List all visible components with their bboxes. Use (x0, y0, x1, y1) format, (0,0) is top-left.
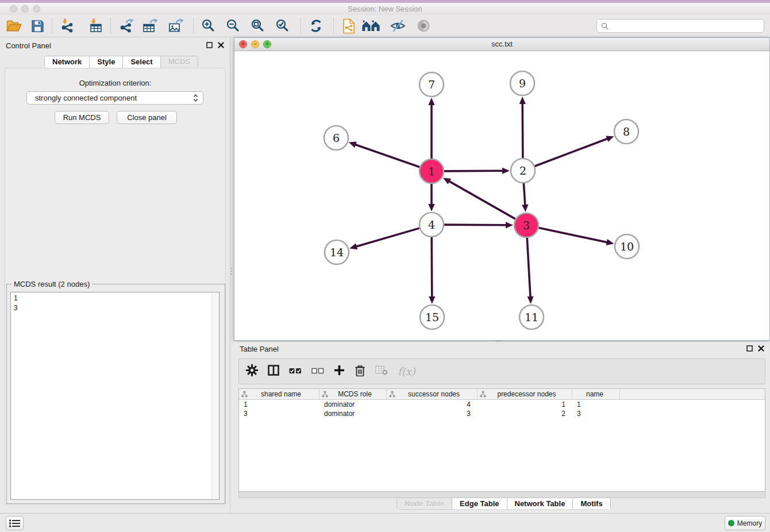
zoom-out-button[interactable] (224, 17, 242, 35)
graph-node-4[interactable]: 4 (419, 213, 444, 237)
graph-edge-4-15[interactable] (432, 237, 432, 298)
run-mcds-button[interactable]: Run MCDS (55, 111, 109, 124)
column-header-successor-nodes[interactable]: successor nodes (387, 389, 478, 399)
apply-layout-button[interactable] (307, 17, 325, 35)
table-row[interactable]: 3dominator323 (239, 409, 765, 418)
tab-node-table[interactable]: Node Table (397, 498, 452, 510)
graph-node-7[interactable]: 7 (419, 72, 444, 97)
table-cell[interactable]: dominator (319, 400, 387, 409)
vertical-splitter[interactable] (230, 264, 233, 278)
graph-edge-1-2[interactable] (444, 171, 503, 171)
graph-node-10[interactable]: 10 (615, 234, 639, 259)
network-close-button[interactable]: × (239, 40, 247, 48)
column-header-MCDS-role[interactable]: MCDS role (319, 389, 387, 399)
graph-node-3[interactable]: 3 (514, 213, 538, 237)
table-cell[interactable]: 4 (387, 400, 478, 409)
tab-network[interactable]: Network (45, 56, 90, 68)
graph-node-14[interactable]: 14 (325, 240, 349, 264)
graph-edge-3-10[interactable] (539, 228, 608, 242)
table-cell[interactable]: 3 (387, 409, 478, 418)
trash-icon (355, 364, 365, 376)
graph-node-1[interactable]: 1 (419, 159, 444, 183)
export-network-button[interactable] (117, 17, 135, 35)
save-session-button[interactable] (28, 17, 47, 35)
tab-mcds[interactable]: MCDS (161, 56, 198, 68)
table-cell[interactable]: 1 (239, 400, 319, 409)
search-box[interactable] (596, 19, 764, 33)
node-label: 1 (428, 165, 435, 178)
table-cell[interactable]: 3 (572, 409, 620, 418)
tab-style[interactable]: Style (90, 56, 123, 68)
graph-node-15[interactable]: 15 (420, 305, 444, 329)
column-settings-button[interactable] (246, 364, 258, 379)
table-row[interactable]: 1dominator411 (239, 400, 765, 409)
edge-arrowhead (522, 205, 528, 212)
graph-edge-1-6[interactable] (355, 144, 419, 167)
select-all-button[interactable] (289, 367, 302, 377)
table-cell[interactable]: 1 (478, 400, 572, 409)
mcds-result-textarea[interactable]: 13 (10, 292, 220, 500)
export-table-button[interactable] (141, 17, 159, 35)
close-panel-button[interactable]: Close panel (117, 111, 177, 124)
split-view-button[interactable] (268, 365, 279, 378)
zoom-selected-button[interactable] (274, 17, 292, 35)
column-header-predecessor-nodes[interactable]: predecessor nodes (478, 389, 572, 399)
home-button[interactable] (362, 17, 380, 35)
tab-edge-table[interactable]: Edge Table (452, 498, 507, 510)
graph-edge-2-3[interactable] (523, 183, 525, 206)
graph-edge-3-11[interactable] (527, 238, 530, 298)
column-header-name[interactable]: name (572, 389, 620, 399)
deselect-all-button[interactable] (311, 367, 324, 377)
memory-button[interactable]: Memory (725, 516, 765, 530)
graph-edge-2-9[interactable] (522, 103, 523, 158)
float-panel-icon[interactable] (206, 42, 213, 48)
open-session-button[interactable] (5, 17, 23, 35)
graph-node-6[interactable]: 6 (324, 126, 348, 150)
network-graph[interactable]: 7968124314101511 (234, 51, 769, 340)
import-table-button[interactable] (87, 17, 105, 35)
table-cell[interactable]: dominator (319, 409, 387, 418)
edge-arrowhead (506, 222, 513, 228)
close-panel-icon[interactable] (758, 345, 764, 352)
export-image-button[interactable] (167, 17, 185, 35)
import-network-button[interactable] (58, 17, 76, 35)
table-cell[interactable]: 2 (478, 409, 572, 418)
graph-edge-4-14[interactable] (356, 228, 419, 246)
table-toolbar: f(x) (238, 358, 765, 384)
tab-select[interactable]: Select (123, 56, 160, 68)
network-window-titlebar[interactable]: × − + scc.txt (234, 38, 769, 51)
close-panel-icon[interactable] (218, 42, 224, 48)
zoom-in-button[interactable] (199, 17, 218, 35)
network-minimize-button[interactable]: − (251, 40, 259, 48)
column-header-shared-name[interactable]: shared name (239, 389, 319, 399)
result-scrollbar[interactable] (211, 292, 219, 499)
float-panel-icon[interactable] (746, 345, 753, 352)
task-history-button[interactable] (6, 516, 24, 530)
graph-edge-3-1[interactable] (449, 181, 515, 219)
graph-node-11[interactable]: 11 (519, 305, 544, 329)
criterion-dropdown[interactable]: strongly connected component (26, 91, 203, 105)
graph-edge-4-3[interactable] (444, 225, 507, 225)
apply-function-button[interactable]: f(x) (398, 365, 415, 377)
show-graphics-button[interactable] (414, 17, 433, 35)
graph-node-9[interactable]: 9 (510, 71, 534, 95)
network-maximize-button[interactable]: + (263, 40, 271, 48)
tab-network-table[interactable]: Network Table (507, 498, 573, 510)
delete-row-button[interactable] (355, 364, 365, 379)
graph-node-8[interactable]: 8 (614, 119, 638, 144)
zoom-fit-button[interactable] (249, 17, 267, 35)
save-floppy-icon (31, 20, 44, 33)
table-cell[interactable]: 1 (572, 400, 620, 409)
add-row-button[interactable] (334, 365, 345, 378)
toolbar-separator (193, 18, 194, 33)
tab-motifs[interactable]: Motifs (573, 498, 610, 510)
homes-icon (362, 19, 380, 33)
network-file-button[interactable] (340, 17, 358, 35)
hide-graphics-button[interactable] (388, 17, 407, 35)
search-input[interactable] (611, 22, 760, 30)
node-table[interactable]: shared nameMCDS rolesuccessor nodesprede… (238, 388, 765, 492)
delete-table-button[interactable] (375, 365, 388, 377)
graph-edge-2-8[interactable] (535, 138, 609, 166)
graph-node-2[interactable]: 2 (511, 159, 535, 183)
table-cell[interactable]: 3 (239, 409, 319, 418)
